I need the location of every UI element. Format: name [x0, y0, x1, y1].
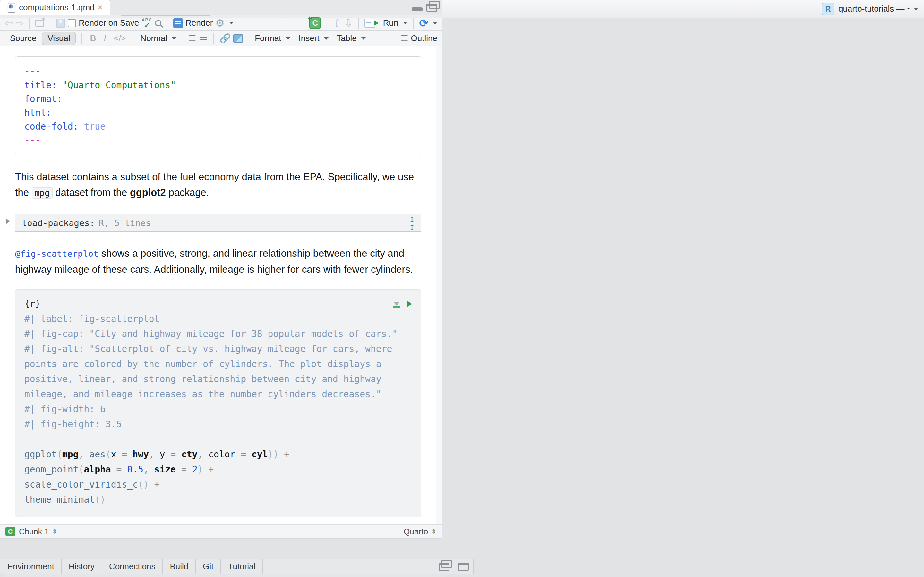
project-icon: R: [822, 3, 835, 15]
link-icon[interactable]: 🔗: [220, 33, 231, 44]
run-previous-icon[interactable]: ⇧: [333, 17, 341, 29]
chunk-position[interactable]: Chunk 1: [19, 527, 49, 536]
chunk-code: ggplot(mpg, aes(x = hwy, y = cty, color …: [24, 447, 412, 507]
render-button[interactable]: Render: [186, 18, 213, 28]
image-icon[interactable]: [233, 34, 243, 43]
visual-editor-canvas[interactable]: ---title: "Quarto Computations"format: h…: [0, 46, 442, 524]
paragraph-style-select[interactable]: Normal: [140, 33, 167, 43]
visual-editor-toolbar: Source Visual B I </> Normal ☰ ≔ 🔗 Forma…: [0, 31, 442, 46]
editor-paragraph-2[interactable]: @fig-scatterplot shows a positive, stron…: [15, 245, 421, 277]
close-tab-icon[interactable]: ×: [98, 3, 103, 13]
document-mode[interactable]: Quarto: [404, 527, 428, 536]
project-name: quarto-tutorials — ~: [838, 4, 912, 14]
fold-triangle-icon[interactable]: [6, 218, 10, 224]
save-doc-icon[interactable]: [56, 19, 65, 27]
render-on-save-label: Render on Save: [79, 18, 139, 28]
editor-scrollbar[interactable]: [436, 46, 442, 524]
environment-tabbar: EnvironmentHistoryConnectionsBuildGitTut…: [0, 559, 473, 574]
tab-build[interactable]: Build: [163, 559, 196, 574]
outline-toggle[interactable]: Outline: [411, 33, 437, 43]
env-maximize-icon[interactable]: [458, 562, 469, 571]
back-icon[interactable]: ⇦: [5, 17, 13, 29]
editor-paragraph-1[interactable]: This dataset contains a subset of the fu…: [15, 169, 421, 201]
tab-tutorial[interactable]: Tutorial: [221, 559, 263, 574]
chunk-info: R, 5 lines: [99, 218, 151, 228]
collapsed-chunk-load-packages[interactable]: load-packages: R, 5 lines ↥↧: [15, 214, 421, 232]
source-sync-icon[interactable]: ⟳: [419, 17, 429, 29]
table-menu[interactable]: Table: [337, 33, 357, 43]
run-button[interactable]: Run: [383, 18, 399, 28]
source-mode-button[interactable]: Source: [5, 32, 41, 45]
forward-icon[interactable]: ⇨: [15, 17, 23, 29]
code-format-button[interactable]: </>: [111, 33, 129, 43]
bold-button[interactable]: B: [87, 33, 99, 43]
env-restore-icon[interactable]: [439, 562, 449, 571]
minimize-pane-icon[interactable]: [412, 7, 423, 11]
outline-icon: ☰: [401, 33, 409, 44]
numbered-list-icon[interactable]: ≔: [199, 33, 208, 44]
visual-mode-button[interactable]: Visual: [42, 32, 75, 45]
maximize-pane-icon[interactable]: [426, 3, 437, 12]
right-pane: EnvironmentHistoryConnectionsBuildGitTut…: [0, 559, 473, 577]
project-menu[interactable]: R quarto-tutorials — ~: [822, 2, 918, 16]
editor-tab-title: computations-1.qmd: [19, 3, 95, 13]
render-on-save-checkbox[interactable]: [68, 19, 76, 27]
rstudio-window: + R Go to file/function ＋ － Addins R qua…: [0, 0, 924, 577]
tab-connections[interactable]: Connections: [102, 559, 163, 574]
tab-environment[interactable]: Environment: [0, 559, 61, 574]
tab-git[interactable]: Git: [196, 559, 221, 574]
r-code-chunk[interactable]: {r} #| label: fig-scatterplot#| fig-cap:…: [15, 290, 421, 517]
find-icon[interactable]: [155, 20, 162, 26]
gear-icon[interactable]: ⚙: [215, 17, 225, 29]
run-chunks-above-icon[interactable]: [393, 301, 400, 306]
editor-tabbar: computations-1.qmd ×: [0, 0, 442, 15]
render-icon: [173, 18, 183, 28]
spellcheck-icon[interactable]: ABC✓: [142, 17, 152, 29]
insert-menu[interactable]: Insert: [299, 33, 320, 43]
editor-statusbar: C Chunk 1 ⇕ Quarto ⇕: [0, 524, 442, 538]
tab-history[interactable]: History: [61, 559, 102, 574]
run-next-icon[interactable]: ⇩: [344, 17, 352, 29]
qmd-file-icon: [7, 3, 16, 13]
insert-chunk-button[interactable]: C: [309, 17, 321, 29]
run-chunk-icon[interactable]: [407, 300, 412, 308]
chunk-badge-icon: C: [5, 527, 15, 536]
chunk-header: {r}: [24, 296, 41, 311]
run-icon: [365, 19, 375, 27]
bullet-list-icon[interactable]: ☰: [188, 33, 196, 44]
editor-tab[interactable]: computations-1.qmd ×: [0, 0, 110, 15]
yaml-metadata-block[interactable]: ---title: "Quarto Computations"format: h…: [15, 56, 421, 155]
chunk-label: load-packages:: [22, 218, 95, 228]
italic-button[interactable]: I: [102, 33, 109, 43]
chunk-options: #| label: fig-scatterplot#| fig-cap: "Ci…: [24, 311, 412, 432]
popout-icon[interactable]: [35, 19, 44, 27]
format-menu[interactable]: Format: [255, 33, 281, 43]
expand-chunk-icon[interactable]: ↥↧: [409, 214, 415, 231]
source-pane: computations-1.qmd × ⇦ ⇨ Render on Save …: [0, 0, 442, 559]
